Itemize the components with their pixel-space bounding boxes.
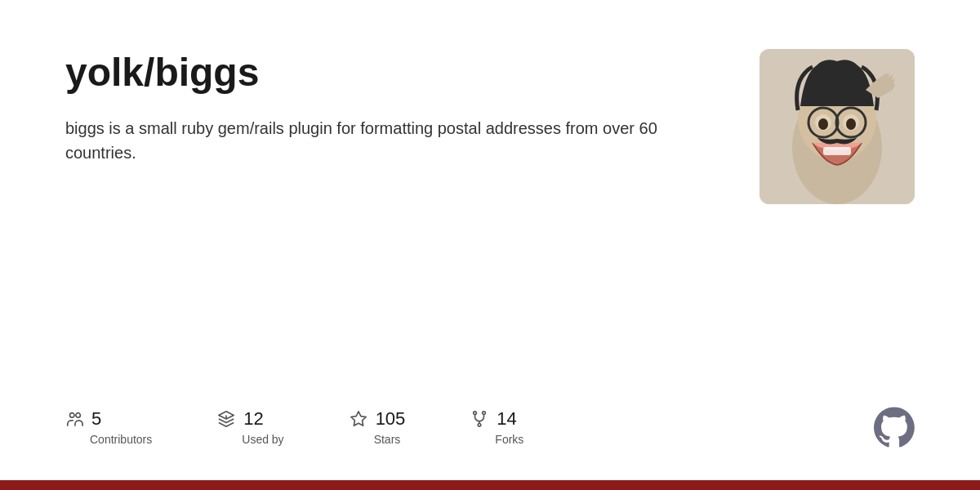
- svg-point-12: [76, 413, 81, 418]
- repo-name[interactable]: biggs: [154, 51, 259, 94]
- repo-avatar: [760, 49, 915, 204]
- main-content: yolk/biggs biggs is a small ruby gem/rai…: [0, 0, 980, 480]
- stat-contributors[interactable]: 5 Contributors: [65, 408, 152, 446]
- forks-count: 14: [497, 408, 516, 430]
- svg-point-11: [70, 413, 75, 418]
- stats-bar: 5 Contributors 12 Used by: [65, 390, 915, 448]
- stat-stars[interactable]: 105 Stars: [350, 408, 406, 446]
- github-logo-container[interactable]: [874, 407, 915, 448]
- contributors-count: 5: [91, 408, 101, 430]
- stat-used-by-top: 12: [217, 408, 263, 430]
- fork-icon: [470, 410, 488, 428]
- stars-count: 105: [376, 408, 406, 430]
- stat-used-by[interactable]: 12 Used by: [217, 408, 283, 446]
- stat-stars-top: 105: [350, 408, 406, 430]
- repo-owner[interactable]: yolk/: [65, 51, 154, 94]
- stat-contributors-top: 5: [65, 408, 101, 430]
- svg-point-9: [846, 118, 856, 130]
- repo-description: biggs is a small ruby gem/rails plugin f…: [65, 116, 686, 165]
- stars-label: Stars: [374, 433, 401, 446]
- forks-label: Forks: [495, 433, 523, 446]
- package-icon: [217, 410, 235, 428]
- svg-point-8: [818, 118, 828, 130]
- repo-header: yolk/biggs biggs is a small ruby gem/rai…: [65, 49, 915, 204]
- bottom-bar: [0, 480, 980, 490]
- contributors-icon: [65, 410, 83, 428]
- stat-forks[interactable]: 14 Forks: [470, 408, 523, 446]
- used-by-count: 12: [243, 408, 263, 430]
- stat-forks-top: 14: [470, 408, 516, 430]
- repo-title-section: yolk/biggs biggs is a small ruby gem/rai…: [65, 49, 727, 165]
- used-by-label: Used by: [242, 433, 283, 446]
- star-icon: [350, 410, 368, 428]
- svg-rect-10: [823, 147, 851, 155]
- repo-title: yolk/biggs: [65, 49, 727, 96]
- contributors-label: Contributors: [90, 433, 152, 446]
- svg-marker-14: [350, 412, 365, 425]
